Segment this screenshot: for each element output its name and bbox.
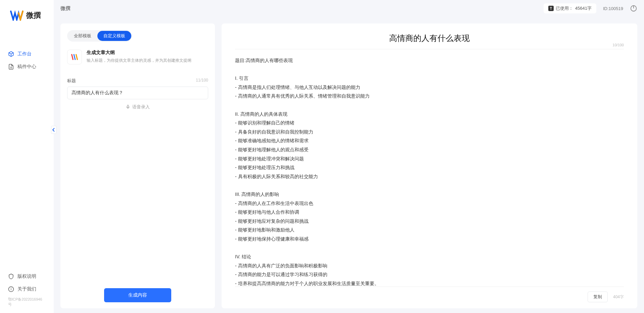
usage-value: 45641字 xyxy=(575,5,592,11)
voice-hint: 语音录入 xyxy=(132,104,150,110)
nav-item-drafts[interactable]: 稿件中心 xyxy=(0,60,54,73)
icp-text: 鄂ICP备2022016946号 xyxy=(0,296,54,310)
title-char-count: 11/100 xyxy=(196,78,208,84)
nav-item-workspace[interactable]: 工作台 xyxy=(0,48,54,60)
tab-custom-templates[interactable]: 自定义模板 xyxy=(97,31,131,41)
nav: 工作台 稿件中心 xyxy=(0,31,54,270)
template-desc: 输入标题，为你提供文章主体的灵感，并为其创建推文提纲 xyxy=(87,58,208,63)
nav-label: 工作台 xyxy=(17,51,32,57)
shield-icon xyxy=(8,273,14,279)
voice-input-button[interactable]: 语音录入 xyxy=(67,99,208,115)
nav-item-about[interactable]: 关于我们 xyxy=(0,283,54,296)
svg-rect-5 xyxy=(127,105,129,107)
doc-icon xyxy=(8,64,14,70)
word-count: 404字 xyxy=(613,294,624,300)
left-panel: 全部模板 自定义模板 生成文章大纲 输入标题，为你提供文章主体的灵感，并为其创建… xyxy=(60,23,215,308)
chevron-left-icon xyxy=(52,128,55,132)
nav-label: 关于我们 xyxy=(17,286,36,292)
main: 微撰 T 已使用： 45641字 ID:100519 全部模板 自定义模板 xyxy=(54,0,644,313)
template-card: 生成文章大纲 输入标题，为你提供文章主体的灵感，并为其创建推文提纲 xyxy=(67,48,208,71)
mic-icon xyxy=(126,105,130,109)
doc-footer: 复制 404字 xyxy=(235,286,624,302)
doc-title-count: 10/100 xyxy=(612,43,624,47)
title-input[interactable] xyxy=(67,87,208,99)
books-icon xyxy=(70,53,79,61)
template-tabs: 全部模板 自定义模板 xyxy=(67,30,132,42)
doc-body[interactable]: 题目:高情商的人有哪些表现 I. 引言 - 高情商是指人们处理情绪、与他人互动以… xyxy=(235,49,624,286)
topbar: 微撰 T 已使用： 45641字 ID:100519 xyxy=(54,0,644,17)
title-label: 标题 xyxy=(67,78,76,84)
cube-icon xyxy=(8,51,14,57)
template-title: 生成文章大纲 xyxy=(87,50,208,56)
svg-point-2 xyxy=(11,288,11,289)
logo-text: 微撰 xyxy=(26,10,41,20)
nav-label: 稿件中心 xyxy=(17,64,36,70)
sidebar-collapse-button[interactable] xyxy=(51,126,56,134)
info-icon xyxy=(8,286,14,292)
generate-button[interactable]: 生成内容 xyxy=(104,288,171,302)
right-panel: 高情商的人有什么表现 10/100 题目:高情商的人有哪些表现 I. 引言 - … xyxy=(222,23,637,308)
copy-button[interactable]: 复制 xyxy=(588,292,608,302)
doc-title: 高情商的人有什么表现 xyxy=(235,33,624,44)
logo: 微撰 xyxy=(0,10,54,31)
content: 全部模板 自定义模板 生成文章大纲 输入标题，为你提供文章主体的灵感，并为其创建… xyxy=(54,17,644,313)
power-icon[interactable] xyxy=(630,5,637,12)
user-id: ID:100519 xyxy=(603,6,623,11)
doc-header: 高情商的人有什么表现 10/100 xyxy=(235,30,624,49)
sidebar: 微撰 工作台 稿件中心 版权说明 关于我们 鄂ICP备2022016946号 xyxy=(0,0,54,313)
logo-icon xyxy=(10,10,24,21)
template-icon xyxy=(67,50,82,64)
usage-badge: T 已使用： 45641字 xyxy=(544,3,596,13)
sidebar-bottom: 版权说明 关于我们 鄂ICP备2022016946号 xyxy=(0,270,54,313)
tab-all-templates[interactable]: 全部模板 xyxy=(68,31,97,41)
nav-item-copyright[interactable]: 版权说明 xyxy=(0,270,54,283)
text-icon: T xyxy=(548,6,554,11)
page-title: 微撰 xyxy=(60,5,71,12)
usage-label: 已使用： xyxy=(556,5,573,11)
nav-label: 版权说明 xyxy=(17,273,36,279)
